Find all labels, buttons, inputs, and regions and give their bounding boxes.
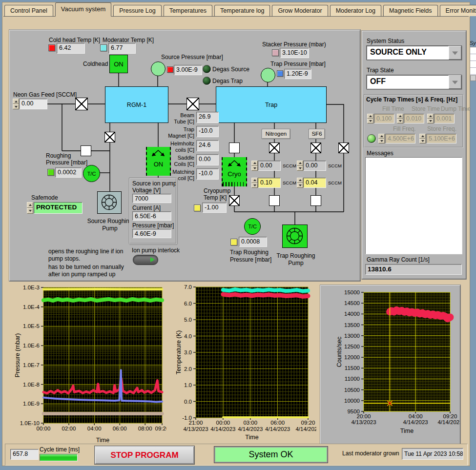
tab-error-monitor[interactable]: Error Monitor bbox=[440, 5, 476, 16]
sf6-set-unit: SCCM bbox=[328, 163, 342, 168]
nitrogen-valve bbox=[269, 143, 280, 153]
tab-temperatures[interactable]: Temperatures bbox=[164, 5, 212, 16]
stacker-pressure-label: Stacker Pressure (mbar) bbox=[262, 41, 326, 48]
nitrogen-set-unit: SCCM bbox=[283, 163, 296, 168]
tab-grow-moderator[interactable]: Grow Moderator bbox=[272, 5, 328, 16]
system-status-label: System Status bbox=[367, 38, 404, 44]
trap-state-dropdown[interactable]: OFF bbox=[366, 75, 462, 89]
nitrogen-act-spinner[interactable] bbox=[251, 178, 258, 188]
trap-roughing-pressure-label-1: Trap Roughing bbox=[230, 249, 269, 256]
ion-pump-pressure: 4.60E-9 bbox=[132, 229, 171, 238]
nitrogen-label: Nitrogen bbox=[266, 131, 287, 137]
sf6-act-value[interactable]: 0.04 bbox=[303, 178, 326, 188]
trap-label: Trap bbox=[265, 102, 277, 108]
sf6-label: SF6 bbox=[311, 131, 322, 137]
fill-freq-spinner[interactable] bbox=[378, 134, 385, 143]
dump-time-spinner[interactable] bbox=[427, 114, 434, 123]
svg-text:09:20: 09:20 bbox=[155, 426, 166, 431]
safemode-value[interactable]: PROTECTED bbox=[34, 202, 83, 214]
beam-tube-temp: 26.9 bbox=[196, 112, 219, 123]
tab-pressure-log[interactable]: Pressure Log bbox=[113, 5, 161, 16]
stop-program-button[interactable]: STOP PROGRAM bbox=[95, 446, 194, 464]
tab-vacuum-system[interactable]: Vacuum system bbox=[55, 2, 112, 17]
svg-text:Time: Time bbox=[400, 428, 414, 434]
trap-roughing-pressure-value: 0.0008 bbox=[239, 237, 267, 247]
fill-time-value[interactable]: 0.100 bbox=[374, 114, 394, 123]
ion-pump-interlock-switch[interactable] bbox=[133, 255, 158, 265]
svg-text:06:00: 06:00 bbox=[270, 420, 285, 426]
svg-text:1.0E-3: 1.0E-3 bbox=[23, 285, 40, 290]
tab-magnetic-fields[interactable]: Magnetic Fields bbox=[383, 5, 438, 16]
svg-text:1.0E-10: 1.0E-10 bbox=[20, 420, 40, 426]
cryo-top-valve bbox=[229, 143, 240, 153]
fill-time-spinner[interactable] bbox=[367, 114, 373, 123]
svg-text:06:00: 06:00 bbox=[113, 426, 127, 431]
neon-gas-feed-input[interactable]: 0.00 bbox=[19, 99, 47, 109]
pressure-chart: 00:0002:0004:0006:0008:0009:201.0E-31.0E… bbox=[13, 285, 166, 447]
rgm1-trap-valve bbox=[186, 98, 199, 110]
tab-moderator-log[interactable]: Moderator Log bbox=[330, 5, 381, 16]
svg-text:5.0: 5.0 bbox=[184, 317, 192, 323]
system-status-dropdown-arrow-icon[interactable] bbox=[449, 46, 461, 60]
fill-time-label: Fill Time bbox=[382, 105, 404, 112]
store-time-spinner[interactable] bbox=[397, 114, 403, 123]
cycle-time-label: Cycle time [ms] bbox=[40, 446, 80, 453]
tab-temperature-log[interactable]: Temperature log bbox=[214, 5, 270, 16]
trap-state-value: OFF bbox=[367, 75, 449, 89]
safemode-spinner[interactable] bbox=[27, 202, 33, 214]
nitrogen-act-unit: SCCM bbox=[283, 180, 296, 185]
tab-bar: Control Panel Vacuum system Pressure Log… bbox=[3, 2, 469, 17]
degas-trap-led[interactable] bbox=[203, 77, 211, 85]
svg-text:14000: 14000 bbox=[344, 311, 360, 317]
sf6-button[interactable]: SF6 bbox=[309, 129, 325, 139]
trap-block: Trap bbox=[216, 86, 327, 123]
sf6-act-unit: SCCM bbox=[328, 180, 342, 185]
trap-state-dropdown-arrow-icon[interactable] bbox=[449, 75, 461, 89]
coldhead-label: Coldhead bbox=[83, 61, 108, 67]
tab-control-panel[interactable]: Control Panel bbox=[4, 5, 53, 16]
nitrogen-set-value: 0.00 bbox=[258, 161, 281, 171]
sf6-act-spinner[interactable] bbox=[297, 178, 303, 188]
source-ion-pump-title: Source ion pump bbox=[132, 180, 177, 187]
cycle-box-title: Cycle Trap Times [s] & Freq. [Hz] bbox=[366, 96, 457, 103]
source-roughing-pump[interactable] bbox=[97, 191, 122, 214]
fill-freq-value[interactable]: 4.500E+6 bbox=[385, 134, 415, 143]
nitrogen-set-spinner[interactable] bbox=[251, 161, 258, 171]
trap-roughing-pressure-indicator bbox=[230, 239, 237, 245]
cryo-pump-gate[interactable]: Cryo bbox=[222, 157, 247, 186]
coldhead-on-button[interactable]: ON bbox=[109, 55, 128, 73]
degas-source-led[interactable] bbox=[203, 65, 211, 73]
store-time-value[interactable]: 0.010 bbox=[404, 114, 424, 123]
cryo-arrow-icon bbox=[223, 158, 246, 169]
trap-pressure-indicator bbox=[277, 70, 283, 77]
system-status-dropdown[interactable]: SOURCE ONLY bbox=[366, 45, 462, 60]
ion-pump-voltage: 7000 bbox=[132, 194, 171, 203]
sf6-lower-valve bbox=[310, 195, 321, 206]
store-freq-value[interactable]: 5.100E+6 bbox=[426, 134, 456, 143]
trap-roughing-pump-label-2: Pump bbox=[271, 260, 320, 266]
store-freq-spinner[interactable] bbox=[419, 134, 426, 143]
roughing-pressure-value: 0.0002 bbox=[55, 167, 82, 178]
neon-gas-feed-spinner[interactable] bbox=[13, 99, 19, 109]
neon-gas-feed-label: Neon Gas Feed [SCCM] bbox=[13, 91, 77, 98]
svg-text:Time: Time bbox=[245, 434, 258, 441]
svg-text:04:00: 04:00 bbox=[409, 413, 423, 419]
nitrogen-lower-valve bbox=[269, 195, 280, 206]
stop-program-label: STOP PROGRAM bbox=[110, 450, 178, 460]
svg-text:4/14/2023: 4/14/2023 bbox=[265, 426, 290, 432]
sf6-set-spinner[interactable] bbox=[297, 161, 303, 171]
svg-text:02:00: 02:00 bbox=[62, 426, 76, 431]
system-status-value: SOURCE ONLY bbox=[367, 46, 449, 60]
store-time-label: Store Time bbox=[412, 105, 440, 112]
source-pressure-value: 3.00E-9 bbox=[174, 65, 202, 75]
dump-time-value[interactable]: 0.001 bbox=[434, 114, 455, 123]
trap-tc-gauge: T/C bbox=[244, 218, 261, 235]
trap-roughing-pump[interactable] bbox=[282, 225, 308, 248]
source-gate-valve[interactable]: ON bbox=[146, 147, 171, 176]
ion-pump-interlock-label: Ion pump interlock bbox=[132, 247, 180, 254]
nitrogen-button[interactable]: Nitrogen bbox=[262, 129, 290, 139]
trap-magnet-temp: -10.0 bbox=[196, 126, 219, 137]
trap-pressure-label: Trap Pressure [mbar] bbox=[270, 61, 326, 67]
trap-pressure-value: 1.20E-9 bbox=[284, 69, 311, 79]
nitrogen-act-value[interactable]: 0.10 bbox=[258, 178, 281, 188]
